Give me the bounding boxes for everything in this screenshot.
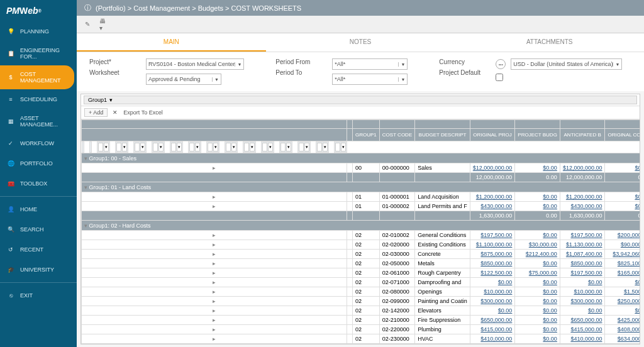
filter-icon[interactable]: ▾ <box>104 143 108 151</box>
row-action[interactable] <box>347 192 353 202</box>
column-filter-input[interactable] <box>189 143 195 151</box>
cell-value[interactable]: $300,000.00 <box>560 297 605 306</box>
row-action[interactable] <box>347 163 353 173</box>
cell-value[interactable]: $212,400.00 <box>515 250 560 259</box>
cell-value[interactable]: $165,000.00 <box>605 268 640 278</box>
cell-value[interactable]: $0.00 <box>515 287 560 297</box>
column-filter-input[interactable] <box>98 143 104 151</box>
cell-value[interactable]: $197,500.00 <box>560 268 605 278</box>
cell-value[interactable]: $650,000.00 <box>560 316 605 325</box>
expand-icon[interactable]: ▸ <box>82 325 347 334</box>
filter-icon[interactable]: ▾ <box>122 143 126 151</box>
cell-value[interactable]: $10,000.00 <box>470 287 515 297</box>
filter-icon[interactable]: ▾ <box>140 143 145 151</box>
expand-icon[interactable]: ▸ <box>82 316 347 325</box>
nav-scheduling[interactable]: ≡SCHEDULING <box>0 89 77 109</box>
info-icon[interactable]: ⓘ <box>83 4 92 13</box>
cell-value[interactable]: $10,000.00 <box>560 287 605 297</box>
expand-icon[interactable]: ▸ <box>82 344 347 344</box>
nav-asset-manageme-[interactable]: ▦ASSET MANAGEME... <box>0 109 77 133</box>
edit-icon[interactable]: ✎ <box>83 20 92 29</box>
row-action[interactable] <box>347 316 353 325</box>
cell-value[interactable]: $0.00 <box>605 163 640 173</box>
print-icon[interactable]: 🖶▾ <box>99 20 108 29</box>
cell-value[interactable]: $1,087,400.00 <box>560 250 605 259</box>
col-header[interactable]: ORIGINAL COMM <box>605 129 640 141</box>
cell-value[interactable]: $0.00 <box>605 278 640 287</box>
worksheet-select[interactable]: Approved & Pending▼ <box>146 74 221 85</box>
column-filter-input[interactable] <box>153 143 158 151</box>
expand-icon[interactable]: ▸ <box>82 268 347 278</box>
filter-icon[interactable]: ▾ <box>304 143 309 151</box>
expand-icon[interactable]: ▸ <box>82 306 347 316</box>
filter-icon[interactable]: ▾ <box>195 143 199 151</box>
column-filter-input[interactable] <box>226 143 231 151</box>
cell-value[interactable]: $52,000,000.00 <box>470 344 515 344</box>
column-filter-input[interactable] <box>280 143 286 151</box>
column-filter-input[interactable] <box>116 143 122 151</box>
cell-value[interactable]: $200,000.00 <box>605 231 640 240</box>
cell-value[interactable]: $850,000.00 <box>470 259 515 268</box>
row-action[interactable] <box>347 202 353 211</box>
cell-value[interactable]: $3,942,060.00 <box>605 250 640 259</box>
cell-value[interactable]: $1,200,000.00 <box>560 192 605 202</box>
col-header[interactable]: GROUP1 <box>353 129 380 141</box>
nav-home[interactable]: 👤HOME <box>0 199 77 219</box>
expand-icon[interactable]: ▸ <box>82 297 347 306</box>
filter-icon[interactable]: ▾ <box>177 143 181 151</box>
filter-icon[interactable]: ▾ <box>231 143 236 151</box>
col-header[interactable]: COST CODE <box>379 129 414 141</box>
cell-value[interactable]: $650,000.00 <box>470 316 515 325</box>
cell-value[interactable]: $0.00 <box>560 306 605 316</box>
cell-value[interactable]: $0.00 <box>515 316 560 325</box>
nav-search[interactable]: 🔍SEARCH <box>0 219 77 240</box>
cell-value[interactable]: $850,000.00 <box>560 259 605 268</box>
column-filter-input[interactable] <box>262 143 268 151</box>
cell-value[interactable]: $12,000,000.00 <box>470 163 515 173</box>
cell-value[interactable]: $0.00 <box>470 306 515 316</box>
nav-cost-management[interactable]: $COST MANAGEMENT <box>0 65 74 89</box>
column-filter-input[interactable] <box>135 143 140 151</box>
expand-icon[interactable]: ▸ <box>82 163 347 173</box>
row-action[interactable] <box>347 278 353 287</box>
cell-value[interactable]: $415,000.00 <box>560 325 605 334</box>
row-action[interactable] <box>347 297 353 306</box>
expand-icon[interactable]: ▸ <box>82 192 347 202</box>
column-filter-input[interactable] <box>208 143 213 151</box>
filter-icon[interactable]: ▾ <box>268 143 272 151</box>
cell-value[interactable]: $410,000.00 <box>470 334 515 344</box>
filter-icon[interactable]: ▾ <box>250 143 254 151</box>
cell-value[interactable]: $0.00 <box>515 306 560 316</box>
add-button[interactable]: + Add <box>84 108 108 117</box>
cell-value[interactable]: $0.00 <box>515 334 560 344</box>
row-action[interactable] <box>347 325 353 334</box>
row-action[interactable] <box>347 250 353 259</box>
cell-value[interactable]: $75,000.00 <box>515 268 560 278</box>
tab-main[interactable]: MAIN <box>77 33 266 52</box>
nav-portfolio[interactable]: 🌐PORTFOLIO <box>0 153 77 174</box>
cell-value[interactable]: $1,200,000.00 <box>470 192 515 202</box>
cell-value[interactable]: $634,000.00 <box>605 334 640 344</box>
col-header[interactable] <box>347 129 353 141</box>
cell-value[interactable]: $0.00 <box>515 163 560 173</box>
cell-value[interactable]: $560,330.00 <box>605 344 640 344</box>
cell-value[interactable]: $250,000.00 <box>605 297 640 306</box>
row-action[interactable] <box>347 344 353 344</box>
cell-value[interactable]: $0.00 <box>515 259 560 268</box>
nav-planning[interactable]: 💡PLANNING <box>0 21 77 41</box>
cell-value[interactable]: $0.00 <box>515 297 560 306</box>
row-action[interactable] <box>347 259 353 268</box>
col-header[interactable]: ORIGINAL PROJ <box>470 129 515 141</box>
cell-value[interactable]: $1,100,000.00 <box>470 240 515 250</box>
col-header[interactable]: PROJECT BUDG <box>515 129 560 141</box>
cell-value[interactable]: $0.00 <box>515 202 560 211</box>
cell-value[interactable]: $410,000.00 <box>560 334 605 344</box>
group-header-row[interactable]: ▾ Group1: 00 - Sales <box>82 153 640 163</box>
cell-value[interactable]: $430,000.00 <box>470 202 515 211</box>
col-header[interactable] <box>82 129 347 141</box>
group-header-row[interactable]: ▾ Group1: 02 - Hard Costs <box>82 221 640 231</box>
nav-university[interactable]: 🎓UNIVERSITY <box>0 260 77 280</box>
cell-value[interactable]: $0.00 <box>515 231 560 240</box>
cell-value[interactable]: $0.00 <box>560 278 605 287</box>
cell-value[interactable]: $415,000.00 <box>470 325 515 334</box>
